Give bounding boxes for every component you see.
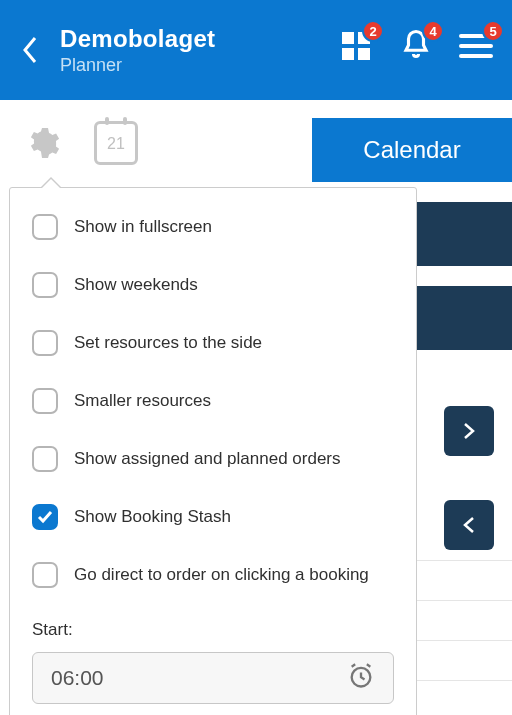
checkbox[interactable] xyxy=(32,562,58,588)
option-label: Go direct to order on clicking a booking xyxy=(74,565,369,585)
settings-option[interactable]: Go direct to order on clicking a booking xyxy=(32,562,394,588)
option-label: Show weekends xyxy=(74,275,198,295)
start-time-value: 06:00 xyxy=(51,666,104,690)
title-block: Demobolaget Planner xyxy=(60,25,215,76)
checkbox[interactable] xyxy=(32,330,58,356)
app-subtitle: Planner xyxy=(60,55,215,76)
notifications-badge: 4 xyxy=(422,20,444,42)
back-button[interactable] xyxy=(20,33,40,67)
nav-prev[interactable] xyxy=(444,500,494,550)
option-label: Show assigned and planned orders xyxy=(74,449,341,469)
chevron-left-icon xyxy=(463,516,475,534)
chevron-left-icon xyxy=(22,36,38,64)
apps-button[interactable]: 2 xyxy=(338,28,374,64)
alarm-clock-icon xyxy=(347,662,375,694)
start-label: Start: xyxy=(32,620,394,640)
settings-popover: Show in fullscreenShow weekendsSet resou… xyxy=(9,187,417,715)
settings-button[interactable] xyxy=(20,121,64,165)
gear-icon xyxy=(24,125,60,161)
notifications-button[interactable]: 4 xyxy=(398,28,434,64)
today-button[interactable]: 21 xyxy=(94,121,138,165)
menu-badge: 5 xyxy=(482,20,504,42)
option-label: Show in fullscreen xyxy=(74,217,212,237)
tab-calendar[interactable]: Calendar xyxy=(312,118,512,182)
nav-next[interactable] xyxy=(444,406,494,456)
settings-option[interactable]: Show Booking Stash xyxy=(32,504,394,530)
option-label: Smaller resources xyxy=(74,391,211,411)
checkbox[interactable] xyxy=(32,272,58,298)
app-header: Demobolaget Planner 2 4 5 xyxy=(0,0,512,100)
checkbox[interactable] xyxy=(32,504,58,530)
option-label: Set resources to the side xyxy=(74,333,262,353)
menu-button[interactable]: 5 xyxy=(458,28,494,64)
calendar-day: 21 xyxy=(107,135,125,153)
option-label: Show Booking Stash xyxy=(74,507,231,527)
start-time-field[interactable]: 06:00 xyxy=(32,652,394,704)
settings-option[interactable]: Set resources to the side xyxy=(32,330,394,356)
checkbox[interactable] xyxy=(32,388,58,414)
chevron-right-icon xyxy=(463,422,475,440)
tab-label: Calendar xyxy=(363,136,460,164)
app-title: Demobolaget xyxy=(60,25,215,53)
apps-badge: 2 xyxy=(362,20,384,42)
settings-option[interactable]: Show assigned and planned orders xyxy=(32,446,394,472)
checkbox[interactable] xyxy=(32,214,58,240)
settings-option[interactable]: Smaller resources xyxy=(32,388,394,414)
checkbox[interactable] xyxy=(32,446,58,472)
settings-option[interactable]: Show in fullscreen xyxy=(32,214,394,240)
settings-option[interactable]: Show weekends xyxy=(32,272,394,298)
